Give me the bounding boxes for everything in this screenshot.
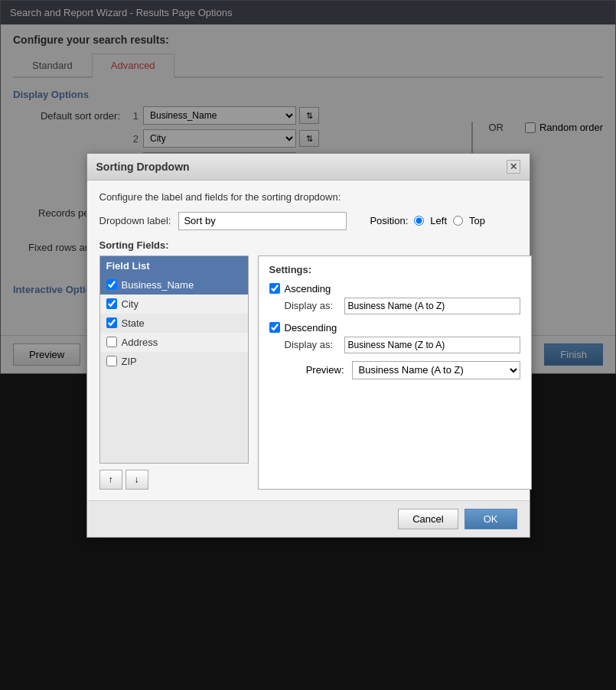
cancel-button[interactable]: Cancel — [398, 509, 458, 529]
sorting-fields-label: Sorting Fields: — [99, 239, 517, 251]
position-top-radio[interactable] — [453, 216, 463, 226]
sorting-dropdown-dialog: Sorting Dropdown ✕ Configure the label a… — [86, 153, 530, 538]
descending-display-input[interactable] — [344, 337, 520, 353]
field-label-city: City — [122, 298, 139, 310]
position-label: Position: — [370, 215, 408, 226]
descending-display-label: Display as: — [285, 339, 338, 350]
field-item-business-name[interactable]: Business_Name — [100, 275, 248, 295]
dropdown-label-label: Dropdown label: — [99, 215, 171, 226]
field-label-address: Address — [122, 337, 158, 348]
descending-display-row: Display as: — [269, 337, 520, 353]
modal-title-bar: Sorting Dropdown ✕ — [87, 154, 530, 181]
modal-footer: Cancel OK — [87, 500, 530, 537]
ok-button[interactable]: OK — [464, 509, 517, 529]
modal-instruction: Configure the label and fields for the s… — [99, 191, 517, 203]
ascending-checkbox[interactable] — [269, 283, 280, 294]
move-up-button[interactable]: ↑ — [99, 470, 122, 490]
dropdown-label-input[interactable] — [178, 212, 347, 230]
settings-title: Settings: — [269, 264, 520, 275]
modal-overlay: Sorting Dropdown ✕ Configure the label a… — [0, 0, 616, 690]
field-list-empty-space — [100, 371, 248, 463]
sorting-fields-container: Field List Business_Name City State — [99, 255, 517, 490]
field-label-zip: ZIP — [122, 356, 137, 367]
position-top-label: Top — [469, 215, 485, 226]
descending-checkbox[interactable] — [269, 322, 280, 333]
field-list-header: Field List — [100, 256, 248, 275]
field-item-state[interactable]: State — [100, 314, 248, 333]
ascending-display-label: Display as: — [285, 300, 338, 311]
field-list-panel: Field List Business_Name City State — [99, 255, 249, 464]
position-left-label: Left — [430, 215, 447, 226]
ascending-check-row: Ascending — [269, 283, 520, 295]
descending-label: Descending — [285, 322, 337, 334]
descending-group: Descending Display as: — [269, 322, 520, 353]
preview-label: Preview: — [306, 364, 344, 376]
modal-close-button[interactable]: ✕ — [507, 160, 520, 174]
position-left-radio[interactable] — [414, 216, 424, 226]
field-checkbox-city[interactable] — [106, 298, 117, 309]
descending-check-row: Descending — [269, 322, 520, 334]
preview-select[interactable]: Business Name (A to Z) Business Name (Z … — [352, 361, 520, 379]
field-label-business-name: Business_Name — [122, 279, 194, 291]
field-checkbox-business-name[interactable] — [106, 279, 117, 290]
field-checkbox-zip[interactable] — [106, 356, 117, 366]
field-checkbox-state[interactable] — [106, 317, 117, 328]
ascending-group: Ascending Display as: — [269, 283, 520, 314]
position-area: Position: Left Top — [370, 215, 485, 226]
ascending-label: Ascending — [285, 283, 331, 295]
move-down-button[interactable]: ↓ — [125, 470, 148, 490]
field-label-state: State — [122, 317, 145, 329]
dropdown-label-row: Dropdown label: Position: Left Top — [99, 212, 517, 230]
modal-title: Sorting Dropdown — [96, 161, 190, 173]
preview-row: Preview: Business Name (A to Z) Business… — [269, 361, 520, 379]
field-checkbox-address[interactable] — [106, 337, 117, 347]
ascending-display-input[interactable] — [344, 298, 520, 314]
field-item-address[interactable]: Address — [100, 333, 248, 352]
ascending-display-row: Display as: — [269, 298, 520, 314]
field-item-city[interactable]: City — [100, 295, 248, 314]
settings-panel: Settings: Ascending Display as: — [258, 255, 532, 490]
field-item-zip[interactable]: ZIP — [100, 352, 248, 371]
move-buttons: ↑ ↓ — [99, 470, 249, 490]
modal-body: Configure the label and fields for the s… — [87, 181, 530, 500]
